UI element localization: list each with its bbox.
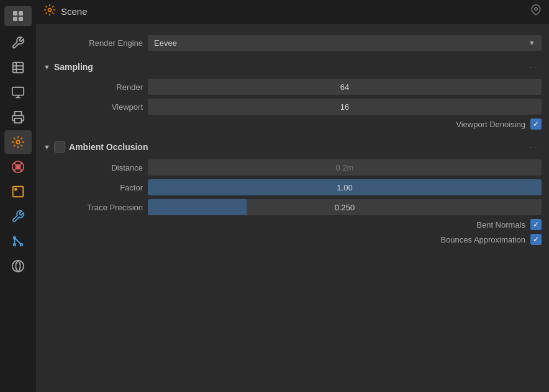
- sidebar: [0, 0, 36, 392]
- render-engine-label: Render Engine: [43, 38, 143, 48]
- render-value-field[interactable]: 64: [148, 79, 542, 95]
- render-row: Render 64: [36, 77, 549, 97]
- svg-rect-3: [19, 17, 23, 21]
- bounces-approx-row: Bounces Approximation ✓: [36, 232, 549, 247]
- trace-precision-value: 0.250: [148, 203, 542, 212]
- svg-point-9: [16, 164, 20, 169]
- header-left: Scene: [43, 4, 88, 19]
- svg-point-17: [12, 261, 24, 272]
- svg-rect-0: [13, 11, 17, 16]
- sidebar-item-modifier[interactable]: [4, 205, 32, 228]
- bent-normals-checkbox[interactable]: ✓: [530, 219, 542, 230]
- sidebar-item-object[interactable]: [4, 180, 32, 203]
- dropdown-arrow-icon: ▼: [529, 39, 535, 47]
- sidebar-top: [0, 2, 36, 30]
- svg-rect-5: [12, 87, 24, 96]
- viewport-denoising-checkbox[interactable]: ✓: [530, 118, 542, 130]
- render-engine-value: Eevee: [154, 38, 177, 48]
- svg-rect-10: [13, 187, 24, 197]
- viewport-value: 16: [340, 102, 349, 112]
- sidebar-item-tools[interactable]: [4, 31, 32, 55]
- svg-point-11: [15, 189, 17, 190]
- viewport-denoising-label: Viewport Denoising: [456, 120, 525, 129]
- page-title: Scene: [61, 6, 88, 17]
- bent-normals-label: Bent Normals: [476, 220, 525, 229]
- sampling-title: Sampling: [54, 62, 93, 72]
- ao-title: Ambient Occlusion: [69, 142, 148, 152]
- viewport-denoising-row: Viewport Denoising ✓: [36, 117, 549, 131]
- content-area: Render Engine Eevee ▼ ▼ Sampling · · · R…: [36, 24, 549, 392]
- viewport-row: Viewport 16: [36, 97, 549, 117]
- svg-point-19: [535, 7, 538, 11]
- main-panel: Scene Render Engine Eevee ▼ ▼ Sampling ·…: [36, 0, 549, 392]
- distance-label: Distance: [43, 163, 143, 172]
- sidebar-item-render[interactable]: [4, 81, 32, 104]
- svg-rect-1: [19, 11, 23, 16]
- ao-dots: · · ·: [530, 144, 542, 151]
- bounces-approx-label: Bounces Approximation: [440, 235, 525, 244]
- viewport-value-field[interactable]: 16: [148, 99, 542, 115]
- render-value: 64: [340, 82, 349, 92]
- sidebar-item-viewlayer[interactable]: [4, 56, 32, 79]
- render-label: Render: [43, 82, 143, 92]
- factor-value-field[interactable]: 1.00: [148, 179, 542, 195]
- ao-section-header[interactable]: ▼ Ambient Occlusion · · ·: [36, 136, 549, 158]
- distance-value-field[interactable]: 0.2m: [148, 159, 542, 176]
- trace-precision-row: Trace Precision 0.250: [36, 197, 549, 217]
- render-engine-row: Render Engine Eevee ▼: [36, 31, 549, 55]
- trace-precision-label: Trace Precision: [43, 203, 143, 212]
- sidebar-item-output[interactable]: [4, 105, 32, 129]
- svg-rect-2: [13, 17, 17, 21]
- sampling-dots: · · ·: [530, 64, 542, 71]
- sidebar-item-physics[interactable]: [4, 254, 32, 278]
- sidebar-item-particles[interactable]: [4, 229, 32, 253]
- svg-point-18: [48, 9, 52, 12]
- sidebar-item-scene[interactable]: [4, 130, 32, 154]
- distance-row: Distance 0.2m: [36, 158, 549, 177]
- factor-value: 1.00: [337, 183, 352, 192]
- render-engine-dropdown[interactable]: Eevee ▼: [148, 35, 542, 51]
- trace-precision-slider[interactable]: 0.250: [148, 199, 542, 215]
- sidebar-item-world[interactable]: [4, 155, 32, 179]
- sampling-collapse-icon: ▼: [43, 63, 50, 71]
- pin-icon[interactable]: [530, 4, 542, 19]
- distance-value: 0.2m: [336, 163, 354, 172]
- bent-normals-row: Bent Normals ✓: [36, 217, 549, 232]
- header: Scene: [36, 0, 549, 24]
- viewport-label: Viewport: [43, 102, 143, 112]
- svg-point-7: [16, 140, 20, 144]
- header-scene-icon: [43, 4, 56, 19]
- sampling-section-header[interactable]: ▼ Sampling · · ·: [36, 57, 549, 77]
- factor-row: Factor 1.00: [36, 177, 549, 197]
- svg-rect-6: [15, 118, 22, 123]
- factor-label: Factor: [43, 183, 143, 192]
- ao-collapse-icon: ▼: [43, 143, 50, 151]
- svg-rect-4: [13, 63, 24, 73]
- bounces-approx-checkbox[interactable]: ✓: [530, 234, 542, 245]
- icon-strip-toggle[interactable]: [4, 6, 32, 26]
- ao-enable-checkbox[interactable]: [54, 141, 65, 153]
